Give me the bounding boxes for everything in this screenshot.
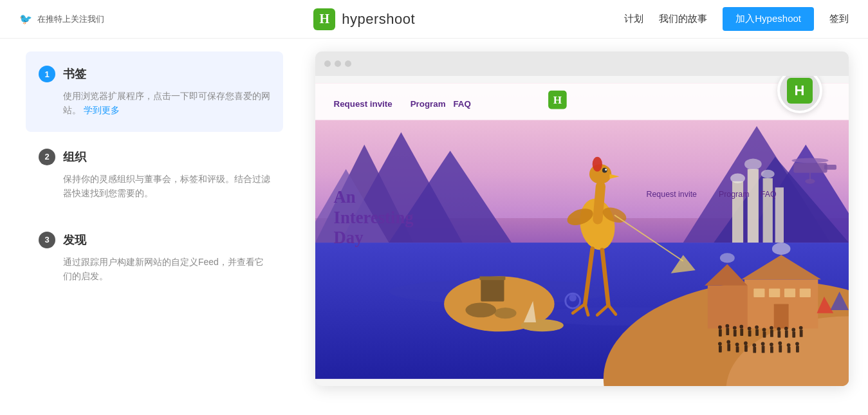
svg-rect-82 [785,330,788,337]
svg-point-77 [770,326,773,330]
nav-story[interactable]: 我们的故事 [659,13,707,25]
step-2-header: 2 组织 [39,149,270,165]
logo-letter: H [319,12,329,26]
svg-rect-70 [740,329,743,336]
svg-point-99 [770,342,773,346]
svg-rect-98 [762,346,765,353]
svg-rect-28 [753,289,764,297]
svg-rect-80 [777,331,780,337]
browser-bar [315,51,849,76]
svg-point-73 [755,326,759,329]
svg-text:FAQ: FAQ [453,99,470,109]
join-button[interactable]: 加入Hypeshoot [723,7,814,31]
svg-rect-68 [734,329,737,336]
nav-plan[interactable]: 计划 [624,13,643,25]
svg-point-69 [739,325,743,329]
logo-area: H hypershoot [313,8,415,30]
svg-point-75 [762,328,766,332]
main-content: 1 书签 使用浏览器扩展程序，点击一下即可保存您喜爱的网站。 学到更多 2 组织… [0,39,868,415]
svg-rect-29 [769,289,780,297]
svg-rect-90 [727,344,730,351]
svg-point-85 [799,326,803,330]
svg-point-71 [748,327,752,331]
svg-point-103 [787,343,791,347]
hs-logo-inner: H [787,78,813,104]
svg-point-105 [795,342,799,346]
svg-rect-11 [763,178,773,243]
svg-rect-86 [800,329,803,337]
svg-text:An: An [334,187,356,207]
browser-content: H [315,76,849,386]
step-1-number: 1 [39,66,55,82]
svg-point-87 [718,342,722,346]
svg-point-60 [569,294,576,301]
browser-dot-1 [324,60,331,67]
browser-window: H [315,51,849,386]
svg-rect-115 [315,83,849,120]
svg-point-35 [772,243,791,255]
step-1: 1 书签 使用浏览器扩展程序，点击一下即可保存您喜爱的网站。 学到更多 [26,51,283,132]
twitter-follow[interactable]: 🐦 在推特上关注我们 [19,13,104,25]
svg-rect-66 [726,328,729,335]
svg-rect-106 [796,346,799,352]
svg-point-89 [726,340,730,344]
step-2: 2 组织 保持你的灵感组织与董事会，标签和评级。结合过滤器快速找到您需要的。 [26,134,283,215]
svg-point-23 [494,308,516,318]
svg-point-36 [720,253,735,263]
svg-rect-64 [719,329,722,336]
svg-point-43 [593,157,602,172]
header: 🐦 在推特上关注我们 H hypershoot 计划 我们的故事 加入Hypes… [0,0,868,39]
signin-link[interactable]: 签到 [829,13,849,25]
svg-text:FAQ: FAQ [761,190,777,199]
step-2-number: 2 [39,149,55,165]
svg-rect-94 [744,345,748,351]
svg-text:Program: Program [411,99,446,109]
nav-right: 计划 我们的故事 加入Hypeshoot 签到 [624,7,849,31]
svg-point-13 [730,173,745,183]
browser-dot-2 [335,60,341,67]
step-1-header: 1 书签 [39,66,270,82]
svg-text:Request invite: Request invite [647,190,697,199]
svg-point-14 [744,159,762,170]
brand-name: hypershoot [342,11,415,28]
svg-point-63 [718,326,722,329]
step-3-header: 3 发现 [39,232,270,248]
svg-text:H: H [553,94,562,106]
svg-rect-72 [748,330,752,337]
svg-point-22 [465,302,496,317]
svg-rect-32 [774,304,789,328]
twitter-label: 在推特上关注我们 [37,14,104,25]
svg-rect-104 [788,347,791,353]
svg-point-65 [725,324,729,328]
right-panel: H [309,39,868,415]
svg-point-81 [784,327,788,331]
step-3-number: 3 [39,232,55,248]
svg-rect-102 [779,345,782,352]
svg-text:Program: Program [719,190,749,199]
step-3-title: 发现 [63,232,86,248]
step-1-desc: 使用浏览器扩展程序，点击一下即可保存您喜爱的网站。 学到更多 [39,89,270,118]
svg-point-15 [761,170,775,178]
twitter-icon: 🐦 [19,13,32,25]
svg-rect-12 [775,187,784,243]
svg-point-67 [733,326,737,330]
svg-rect-84 [792,331,795,338]
svg-rect-30 [784,289,795,297]
learn-more-link[interactable]: 学到更多 [84,105,120,115]
step-3-desc: 通过跟踪用户构建新网站的自定义Feed，并查看它们的启发。 [39,255,270,284]
svg-point-95 [752,343,756,347]
svg-point-79 [777,327,781,331]
svg-rect-56 [824,165,836,170]
svg-rect-33 [708,286,748,329]
svg-text:Request invite: Request invite [334,99,392,109]
svg-point-97 [761,342,765,346]
step-3: 3 发现 通过跟踪用户构建新网站的自定义Feed，并查看它们的启发。 [26,217,283,298]
svg-rect-31 [800,289,811,297]
svg-rect-100 [770,346,773,353]
left-panel: 1 书签 使用浏览器扩展程序，点击一下即可保存您喜爱的网站。 学到更多 2 组织… [0,39,309,415]
svg-point-41 [605,169,607,171]
svg-rect-74 [755,329,759,335]
svg-rect-24 [481,278,504,301]
svg-point-91 [735,342,739,346]
svg-text:Day: Day [334,228,364,247]
